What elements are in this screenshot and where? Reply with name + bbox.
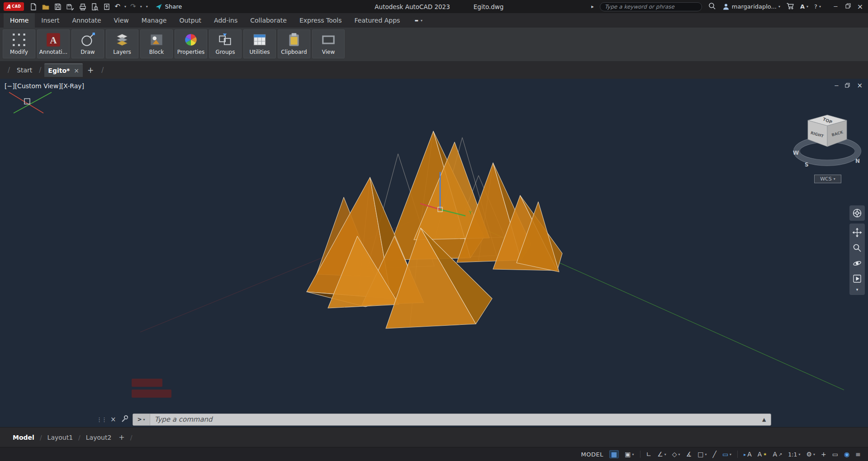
viewport-minimize-icon[interactable]: ─: [835, 82, 839, 89]
redo-button[interactable]: ↷: [130, 3, 136, 10]
annotation-autoscale-toggle[interactable]: A★: [758, 451, 767, 458]
save-as-button[interactable]: [66, 3, 74, 11]
search-button[interactable]: [708, 2, 716, 11]
panel-block[interactable]: Block: [140, 29, 173, 58]
orbit-button[interactable]: [849, 256, 865, 271]
help-menu[interactable]: ? ▾: [814, 3, 821, 10]
isolate-objects-button[interactable]: ▭: [832, 451, 838, 458]
viewport-restore-icon[interactable]: [845, 82, 850, 89]
ribbon-display-toggle[interactable]: ▬ ▾: [414, 13, 422, 28]
layout-tab-model[interactable]: Model: [13, 434, 34, 441]
graphics-performance-button[interactable]: ◉: [844, 451, 849, 458]
panel-modify[interactable]: Modify: [3, 29, 35, 58]
model-space-toggle[interactable]: MODEL: [581, 451, 603, 458]
annotation-add-button[interactable]: +: [821, 451, 826, 458]
command-line[interactable]: > ▾ Type a command ▲: [133, 413, 771, 426]
panel-draw[interactable]: Draw: [71, 29, 104, 58]
grid-display-toggle[interactable]: ▦: [609, 450, 619, 458]
tab-home[interactable]: Home: [4, 13, 35, 28]
tab-add-ins[interactable]: Add-ins: [208, 13, 244, 28]
model-viewport[interactable]: Y W S N TOP RIGHT BACK [−] [Custom View]: [0, 79, 868, 427]
panel-annotation[interactable]: A Annotati...: [37, 29, 70, 58]
isometric-drafting-toggle[interactable]: ◇▾: [672, 451, 680, 458]
undo-button[interactable]: ↶: [115, 3, 121, 10]
plot-button[interactable]: [78, 3, 86, 11]
panel-clipboard[interactable]: Clipboard: [278, 29, 310, 58]
tab-manage[interactable]: Manage: [135, 13, 173, 28]
compass-north[interactable]: N: [855, 158, 860, 164]
lineweight-toggle[interactable]: ╱: [712, 451, 716, 458]
workspace-switching-button[interactable]: ⚙▾: [806, 451, 816, 458]
search-box[interactable]: [600, 2, 702, 11]
customization-menu-button[interactable]: ≡: [855, 451, 861, 458]
viewport-control-menu[interactable]: [−]: [5, 82, 15, 90]
command-input[interactable]: Type a command: [155, 415, 763, 423]
open-button[interactable]: [42, 3, 50, 11]
compass-south[interactable]: S: [805, 162, 809, 168]
command-dock-grip[interactable]: ⋮⋮: [96, 416, 106, 423]
search-icon: [708, 2, 716, 10]
tab-express-tools[interactable]: Express Tools: [293, 13, 348, 28]
visual-style-control-menu[interactable]: [X-Ray]: [61, 82, 84, 90]
navigation-wheel-button[interactable]: [849, 205, 865, 221]
restore-button[interactable]: [842, 3, 854, 10]
viewcube[interactable]: W S N TOP RIGHT BACK: [793, 115, 861, 168]
tab-output[interactable]: Output: [173, 13, 208, 28]
command-history-arrow[interactable]: ▲: [762, 417, 766, 423]
navbar-more-caret[interactable]: ▾: [856, 286, 859, 294]
snap-mode-toggle[interactable]: ▣▾: [625, 451, 634, 458]
file-tab-egito[interactable]: Egito* ×: [44, 63, 83, 77]
publish-button[interactable]: [103, 3, 111, 11]
command-customize-button[interactable]: [120, 415, 128, 424]
panel-groups[interactable]: Groups: [209, 29, 242, 58]
tab-insert[interactable]: Insert: [35, 13, 66, 28]
command-prompt-button[interactable]: > ▾: [133, 414, 150, 425]
viewport-close-icon[interactable]: ×: [857, 81, 863, 90]
wcs-dropdown[interactable]: WCS ▾: [814, 175, 841, 183]
qat-customize-caret[interactable]: ▾: [146, 5, 148, 9]
compass-west[interactable]: W: [793, 150, 799, 156]
object-snap-toggle[interactable]: □▾: [697, 451, 707, 458]
new-drawing-tab-button[interactable]: +: [87, 66, 94, 75]
selection-cycling-toggle[interactable]: ▭▾: [722, 451, 731, 458]
user-account-menu[interactable]: margaridaplo... ▾: [722, 3, 780, 11]
view-control-menu[interactable]: [Custom View]: [15, 82, 61, 90]
showmotion-button[interactable]: [849, 271, 865, 286]
autodesk-app-menu[interactable]: A ▾: [800, 3, 808, 10]
polar-tracking-toggle[interactable]: ∠▾: [657, 451, 666, 458]
tab-annotate[interactable]: Annotate: [66, 13, 108, 28]
tab-collaborate[interactable]: Collaborate: [244, 13, 293, 28]
zoom-button[interactable]: [849, 240, 865, 256]
share-button[interactable]: Share: [155, 3, 182, 10]
annotation-scale-button[interactable]: 1:1▾: [788, 451, 800, 458]
tab-view[interactable]: View: [108, 13, 135, 28]
annotation-monitor-toggle[interactable]: A↗: [773, 451, 782, 458]
panel-view[interactable]: View: [312, 29, 345, 58]
layout-tab-layout1[interactable]: Layout1: [47, 434, 73, 441]
pan-button[interactable]: [849, 225, 865, 240]
panel-properties[interactable]: Properties: [175, 29, 207, 58]
plot-preview-button[interactable]: [90, 3, 99, 11]
search-expand-arrow[interactable]: ▸: [591, 4, 594, 10]
new-file-button[interactable]: [29, 3, 38, 11]
redo-caret[interactable]: ▾: [140, 5, 142, 9]
ortho-mode-toggle[interactable]: ∟: [646, 451, 652, 458]
panel-utilities[interactable]: Utilities: [243, 29, 276, 58]
new-layout-button[interactable]: +: [119, 433, 124, 442]
layout-tab-layout2[interactable]: Layout2: [86, 434, 112, 441]
close-button[interactable]: ×: [854, 2, 866, 11]
panel-layers[interactable]: Layers: [106, 29, 138, 58]
store-cart-button[interactable]: [786, 2, 794, 11]
minimize-button[interactable]: ─: [830, 3, 842, 10]
save-button[interactable]: [54, 3, 62, 11]
tab-featured-apps[interactable]: Featured Apps: [348, 13, 406, 28]
command-close-icon[interactable]: ×: [110, 415, 116, 423]
undo-caret[interactable]: ▾: [124, 5, 126, 9]
search-input[interactable]: [605, 4, 697, 10]
file-tab-start[interactable]: Start: [13, 67, 36, 74]
drawing-canvas[interactable]: Y W S N TOP RIGHT BACK: [0, 79, 868, 427]
file-tab-close-icon[interactable]: ×: [74, 67, 79, 74]
annotation-visibility-toggle[interactable]: ▸A: [744, 451, 752, 458]
object-snap-tracking-toggle[interactable]: ∡: [686, 451, 692, 458]
autocad-logo[interactable]: A CAD: [4, 2, 24, 11]
